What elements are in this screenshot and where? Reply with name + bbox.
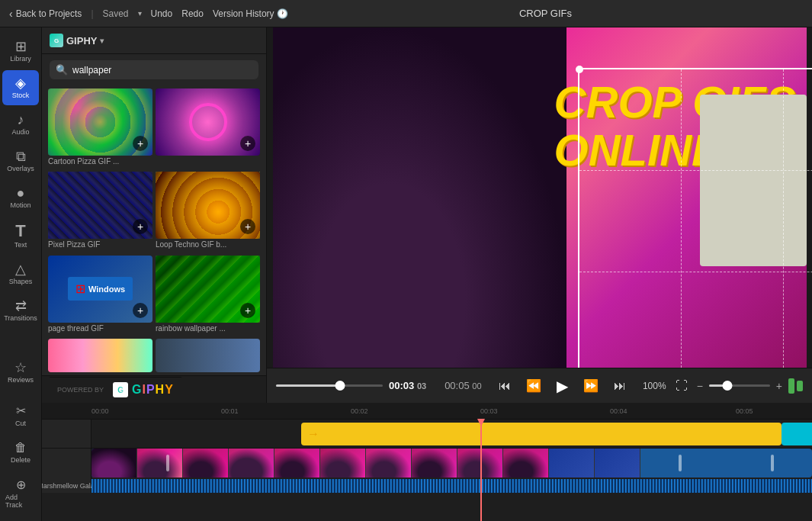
topbar: ‹ Back to Projects | Saved ▾ Undo Redo V… [0, 0, 812, 27]
clip-cyan[interactable] [782, 423, 812, 445]
ruler-mark-3: 00:03 [480, 407, 498, 415]
sidebar-label-transitions: Transitions [4, 314, 37, 322]
search-input[interactable] [72, 65, 252, 76]
gif-item[interactable] [156, 339, 260, 372]
zoom-slider[interactable] [709, 384, 770, 387]
transport-controls: ⏮ ⏪ ▶ ⏩ ⏭ [488, 374, 637, 398]
redo-button[interactable]: Redo [181, 8, 204, 19]
progress-thumb[interactable] [335, 381, 345, 391]
clip-handle[interactable] [679, 455, 682, 471]
zoom-out-button[interactable]: − [697, 380, 703, 392]
fullscreen-button[interactable]: ⛶ [672, 376, 691, 396]
ruler-mark-4: 00:04 [610, 407, 627, 415]
separator: | [91, 8, 93, 19]
gif-label: Loop Techno GIF b... [156, 239, 260, 252]
audio-icon: ♪ [18, 113, 24, 127]
gif-add-icon[interactable]: + [240, 303, 255, 318]
video-preview: CROP GIFSONLINE [273, 27, 807, 368]
track-label-gif [42, 420, 91, 448]
gif-label: page thread GIF [48, 323, 152, 336]
delete-button[interactable]: 🗑 Delete [2, 435, 39, 470]
rewind-button[interactable]: ⏪ [523, 375, 544, 396]
video-monitor [700, 95, 807, 266]
gif-item[interactable]: ⊞ Windows + page thread GIF [48, 256, 152, 336]
giphy-g: G [132, 383, 142, 396]
back-button[interactable]: ‹ Back to Projects [9, 8, 82, 20]
total-time: 00:05 00 [445, 380, 481, 391]
clip-handle[interactable] [771, 455, 774, 471]
progress-bar[interactable] [276, 384, 383, 387]
sidebar-item-library[interactable]: ⊞ Library [2, 34, 39, 69]
timeline-tracks: → Marshmellow Galaxy [42, 420, 812, 521]
timeline-toggle-button[interactable] [788, 378, 803, 394]
version-history-label: Version History [213, 8, 274, 19]
add-track-icon: ⊕ [16, 478, 26, 492]
track-content-gif[interactable]: → [91, 420, 812, 448]
video-track-row: Marshmellow Galaxy [42, 449, 812, 493]
zoom-in-button[interactable]: + [776, 380, 782, 392]
source-dropdown-icon: ▾ [100, 37, 104, 45]
motion-icon: ● [17, 186, 25, 200]
skip-to-end-button[interactable]: ⏭ [611, 376, 629, 396]
track-content-video[interactable] [91, 449, 812, 493]
sidebar-item-shapes[interactable]: △ Shapes [2, 256, 39, 291]
gif-item[interactable]: + Cartoon Pizza GIF ... [48, 88, 152, 169]
gif-add-icon[interactable]: + [133, 303, 148, 318]
sidebar-actions: ✂ Cut 🗑 Delete ⊕ Add Track [2, 391, 39, 521]
gif-add-icon[interactable]: + [133, 136, 148, 151]
topbar-left: ‹ Back to Projects | Saved ▾ Undo Redo V… [9, 8, 288, 20]
transitions-icon: ⇄ [15, 299, 27, 313]
sidebar-item-overlays[interactable]: ⧉ Overlays [2, 143, 39, 178]
sidebar-label-text: Text [14, 241, 27, 249]
add-track-button[interactable]: ⊕ Add Track [2, 471, 39, 515]
giphy-p: P [146, 383, 156, 396]
sidebar-item-stock[interactable]: ◈ Stock [2, 70, 39, 105]
version-history-button[interactable]: Version History 🕐 [213, 8, 288, 19]
main-content: ⊞ Library ◈ Stock ♪ Audio ⧉ Overlays ● M… [0, 27, 812, 521]
saved-dropdown-icon[interactable]: ▾ [138, 9, 142, 18]
gif-item[interactable]: + [156, 88, 260, 169]
sidebar-label-shapes: Shapes [9, 278, 33, 285]
progress-fill [276, 384, 340, 387]
clip-handle[interactable] [166, 455, 169, 471]
progress-track [276, 384, 383, 387]
shapes-icon: △ [15, 262, 26, 276]
current-time: 00:03 03 [389, 380, 426, 391]
timeline: 00:00 00:01 00:02 00:03 00:04 00:05 [42, 403, 812, 521]
source-label: GIPHY [66, 35, 97, 47]
transport-bar: 00:03 03 00:05 00 ⏮ ⏪ ▶ ⏩ ⏭ [267, 368, 812, 403]
gif-clip[interactable]: → [301, 423, 782, 445]
sidebar-label-reviews: Reviews [8, 376, 34, 384]
play-button[interactable]: ▶ [554, 374, 571, 398]
gif-item[interactable] [48, 339, 152, 372]
giphy-source-selector[interactable]: G GIPHY ▾ [50, 34, 104, 47]
gif-item[interactable]: + Pixel Pizza GIF [48, 172, 152, 252]
gif-add-icon[interactable]: + [240, 136, 255, 151]
sidebar-item-reviews[interactable]: ☆ Reviews [2, 355, 39, 390]
sidebar: ⊞ Library ◈ Stock ♪ Audio ⧉ Overlays ● M… [0, 27, 42, 521]
search-icon: 🔍 [56, 64, 68, 76]
fast-forward-button[interactable]: ⏩ [580, 375, 602, 396]
sidebar-item-text[interactable]: T Text [2, 217, 39, 255]
page-title: CROP GIFs [300, 8, 791, 19]
sidebar-label-audio: Audio [11, 128, 29, 136]
video-clip[interactable] [91, 449, 812, 478]
sidebar-item-motion[interactable]: ● Motion [2, 180, 39, 215]
back-arrow-icon: ‹ [9, 8, 13, 20]
video-dog-section [273, 27, 566, 368]
skip-to-start-button[interactable]: ⏮ [496, 376, 514, 396]
text-icon: T [15, 223, 25, 240]
gif-item[interactable]: + rainbow wallpaper ... [156, 256, 260, 336]
back-label: Back to Projects [16, 8, 82, 19]
gif-item[interactable]: + Loop Techno GIF b... [156, 172, 260, 252]
undo-button[interactable]: Undo [151, 8, 173, 19]
zoom-thumb[interactable] [722, 381, 732, 391]
video-background: CROP GIFSONLINE [273, 27, 807, 368]
library-icon: ⊞ [15, 40, 27, 53]
reviews-icon: ☆ [14, 361, 27, 375]
clock-icon: 🕐 [277, 8, 288, 19]
cut-button[interactable]: ✂ Cut [2, 397, 39, 433]
sidebar-item-transitions[interactable]: ⇄ Transitions [2, 293, 39, 328]
ruler-mark-0: 00:00 [91, 407, 109, 415]
sidebar-item-audio[interactable]: ♪ Audio [2, 107, 39, 142]
